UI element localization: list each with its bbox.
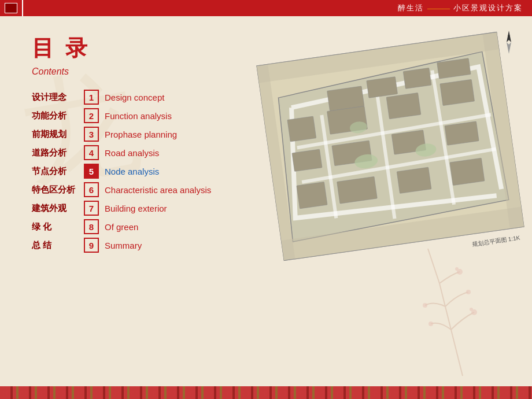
- menu-english-2: Function analysis: [105, 111, 172, 121]
- menu-chinese-9: 总 结: [32, 240, 78, 251]
- menu-chinese-8: 绿 化: [32, 221, 78, 232]
- compass: N: [503, 31, 515, 54]
- menu-number-8: 8: [84, 219, 99, 234]
- menu-chinese-2: 功能分析: [32, 110, 78, 121]
- menu-english-4: Road analysis: [105, 148, 159, 158]
- menu-chinese-6: 特色区分析: [32, 184, 78, 195]
- title-char-1: 目: [32, 34, 55, 63]
- menu-english-7: Building exterior: [105, 204, 167, 213]
- header-dash: ———: [427, 3, 450, 13]
- menu-item-1[interactable]: 设计理念1Design concept: [32, 88, 231, 106]
- menu-number-9: 9: [84, 238, 99, 253]
- svg-rect-15: [403, 68, 431, 88]
- menu-number-4: 4: [84, 145, 99, 160]
- svg-rect-24: [445, 121, 479, 145]
- menu-number-6: 6: [84, 182, 99, 197]
- svg-rect-21: [292, 149, 322, 171]
- menu-chinese-3: 前期规划: [32, 129, 78, 140]
- header-subtitle: 小区景观设计方案: [453, 3, 523, 13]
- contents-label: Contents: [32, 66, 231, 77]
- menu-item-5[interactable]: 节点分析5Node analysis: [32, 162, 231, 180]
- content-area: 目 录 Contents 设计理念1Design concept功能分析2Fun…: [0, 16, 532, 386]
- header-logo: [0, 0, 23, 16]
- logo-box: [5, 3, 17, 13]
- menu-item-9[interactable]: 总 结9Summary: [32, 237, 231, 254]
- header-bar: 醉生活 ——— 小区景观设计方案: [0, 0, 532, 16]
- svg-marker-8: [507, 42, 511, 54]
- title-char-2: 录: [65, 34, 88, 63]
- svg-rect-25: [297, 182, 327, 209]
- menu-number-7: 7: [84, 201, 99, 216]
- svg-rect-20: [440, 79, 475, 105]
- menu-item-4[interactable]: 道路分析4Road analysis: [32, 144, 231, 161]
- menu-item-7[interactable]: 建筑外观7Building exterior: [32, 200, 231, 217]
- svg-rect-19: [386, 93, 421, 119]
- svg-rect-28: [450, 158, 485, 185]
- menu-english-9: Summary: [105, 241, 142, 250]
- svg-text:N: N: [507, 35, 510, 39]
- right-panel: N: [249, 16, 532, 386]
- menu-english-6: Characteristic area analysis: [105, 185, 211, 195]
- menu-english-8: Of green: [105, 222, 138, 232]
- menu-english-1: Design concept: [105, 93, 164, 102]
- menu-item-6[interactable]: 特色区分析6Characteristic area analysis: [32, 181, 231, 198]
- menu-item-8[interactable]: 绿 化8Of green: [32, 218, 231, 235]
- menu-english-3: Prophase planning: [105, 130, 177, 139]
- svg-rect-27: [397, 167, 431, 193]
- menu-chinese-1: 设计理念: [32, 92, 78, 103]
- menu-number-2: 2: [84, 108, 99, 123]
- brand-name: 醉生活: [398, 3, 424, 13]
- menu-chinese-7: 建筑外观: [32, 203, 78, 214]
- menu-english-5: Node analysis: [105, 167, 159, 176]
- bottom-pattern: [0, 386, 532, 399]
- map-label: 规划总平面图 1:1K: [472, 234, 520, 248]
- menu-chinese-4: 道路分析: [32, 147, 78, 158]
- menu-number-1: 1: [84, 90, 99, 105]
- menu-item-3[interactable]: 前期规划3Prophase planning: [32, 125, 231, 143]
- menu-number-3: 3: [84, 127, 99, 142]
- left-panel: 目 录 Contents 设计理念1Design concept功能分析2Fun…: [0, 16, 249, 386]
- menu-chinese-5: 节点分析: [32, 166, 78, 177]
- menu-item-2[interactable]: 功能分析2Function analysis: [32, 107, 231, 124]
- svg-rect-17: [287, 116, 316, 142]
- menu-list: 设计理念1Design concept功能分析2Function analysi…: [32, 88, 231, 254]
- page-title: 目 录: [32, 34, 231, 63]
- menu-number-5: 5: [84, 164, 99, 179]
- site-plan-svg: [256, 29, 525, 263]
- map-container: 规划总平面图 1:1K: [256, 29, 525, 263]
